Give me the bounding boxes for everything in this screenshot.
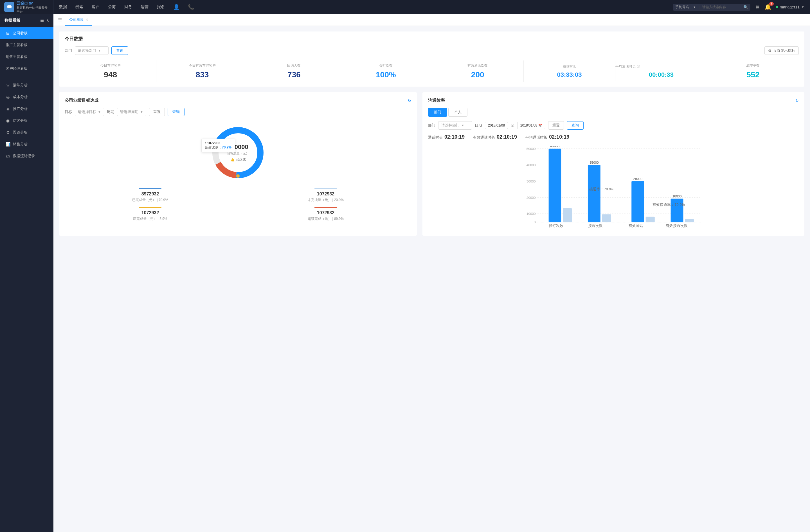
goal-stat-over-achieve: 1072932 超额完成（元） | 89.9% — [240, 207, 411, 221]
nav-leads[interactable]: 线索 — [75, 3, 83, 11]
comm-refresh-icon[interactable]: ↻ — [795, 98, 799, 103]
svg-text:0: 0 — [534, 220, 536, 224]
tab-company-board[interactable]: 公司看板 ✕ — [65, 14, 92, 26]
achieved-label: 已达成 — [236, 157, 246, 162]
search-type[interactable]: 手机号码 — [675, 5, 691, 10]
sidebar-item-promotion-board[interactable]: 推广主管看板 — [0, 39, 53, 51]
bar-connect-main — [588, 165, 600, 222]
metric-effective-consult: 今日有效首咨客户 833 — [156, 61, 248, 82]
user-area[interactable]: manager11 ▼ — [776, 5, 804, 9]
tab-close-icon[interactable]: ✕ — [85, 18, 88, 22]
search-icon[interactable]: 🔍 — [743, 5, 748, 9]
search-input[interactable] — [702, 5, 742, 9]
sidebar-item-channel[interactable]: ⚙ 渠道分析 — [0, 127, 53, 138]
nav-signup[interactable]: 报名 — [157, 3, 165, 11]
sidebar-item-sales[interactable]: 📊 销售分析 — [0, 138, 53, 150]
donut-chart: • 1072932 所占比例：70.9% — [207, 122, 269, 184]
filter-left: 部门 请选择部门 ▼ 查询 — [65, 46, 128, 55]
calendar-icon: 📅 — [538, 124, 542, 127]
target-placeholder: 请选择目标 — [78, 110, 96, 114]
metric-value: 03:33:03 — [524, 71, 615, 79]
page-content: 今日数据 部门 请选择部门 ▼ 查询 ⚙ 设置显示指标 — [53, 26, 810, 241]
sidebar-collapse-icon[interactable]: ☰ — [40, 18, 44, 23]
brand-tagline: 教育机构一站托服务云平台 — [17, 6, 49, 14]
sidebar-item-data-flow[interactable]: 🗂 数据流转记录 — [0, 150, 53, 162]
goal-panel-title: 公司业绩目标达成 — [65, 98, 98, 103]
target-select[interactable]: 请选择目标 ▼ — [75, 108, 104, 116]
tooltip-value: 1072932 — [207, 141, 221, 145]
online-indicator — [776, 6, 778, 8]
svg-text:接通次数: 接通次数 — [588, 223, 603, 228]
svg-text:43000: 43000 — [550, 146, 560, 148]
channel-icon: ⚙ — [6, 130, 10, 135]
metric-revisit: 回访人数 736 — [248, 61, 340, 82]
sidebar-item-sales-board[interactable]: 销售主管看板 — [0, 51, 53, 63]
today-filter-row: 部门 请选择部门 ▼ 查询 ⚙ 设置显示指标 — [65, 46, 799, 55]
stat-label: 通话时长 — [428, 135, 443, 140]
sidebar-title: 数据看板 — [4, 18, 20, 23]
sidebar-up-icon[interactable]: ∧ — [46, 18, 49, 23]
nav-user-icon[interactable]: 👤 — [173, 2, 179, 12]
tab-menu-button[interactable]: ☰ — [58, 17, 62, 22]
comm-date-to[interactable]: 2018/01/08 📅 — [517, 122, 545, 129]
nav-public-sea[interactable]: 公海 — [108, 3, 116, 11]
goal-stat-completed: 8972932 已完成量（元） | 70.9% — [65, 188, 236, 202]
period-label: 周期 — [107, 110, 114, 114]
comm-tab-personal[interactable]: 个人 — [448, 108, 467, 117]
settings-display-button[interactable]: ⚙ 设置显示指标 — [764, 46, 799, 55]
period-select[interactable]: 请选择周期 ▼ — [117, 108, 146, 116]
today-data-section: 今日数据 部门 请选择部门 ▼ 查询 ⚙ 设置显示指标 — [59, 32, 804, 87]
metric-value: 736 — [248, 70, 340, 79]
completed-value: 8972932 — [65, 192, 236, 197]
donut-area: • 1072932 所占比例：70.9% — [65, 122, 411, 184]
sidebar-item-funnel[interactable]: ▽ 漏斗分析 — [0, 79, 53, 91]
bar-chart: 50000 40000 30000 20000 10000 0 — [428, 146, 799, 230]
comm-tab-dept[interactable]: 部门 — [428, 108, 447, 117]
sidebar-item-promotion[interactable]: ◈ 推广分析 — [0, 103, 53, 115]
comm-query-button[interactable]: 查询 — [567, 121, 584, 130]
comm-dept-select[interactable]: 请选择部门 ▼ — [438, 121, 472, 130]
metric-label: 通话时长 — [524, 64, 615, 69]
goal-query-button[interactable]: 查询 — [168, 108, 184, 116]
sidebar-item-manager-board[interactable]: 客户经理看板 — [0, 63, 53, 74]
goal-reset-button[interactable]: 重置 — [149, 108, 165, 116]
goal-stat-should-complete: 1072932 应完成量（元） | 8.9% — [65, 207, 236, 221]
nav-data[interactable]: 数据 — [59, 3, 67, 11]
uncompleted-desc: 未完成量（元） | 20.9% — [240, 198, 411, 202]
comm-stats-row: 通话时长 02:10:19 有效通话时长 02:10:19 平均通话时长 02:… — [428, 134, 799, 140]
comm-panel-header: 沟通效率 ↻ — [428, 98, 799, 103]
goal-refresh-icon[interactable]: ↻ — [408, 98, 411, 103]
cost-icon: ◎ — [6, 95, 10, 99]
comm-reset-button[interactable]: 重置 — [548, 121, 564, 130]
svg-point-2 — [9, 6, 12, 8]
sidebar-item-company-board[interactable]: ⊟ 公司看板 — [0, 27, 53, 39]
monitor-icon[interactable]: 🖥 — [755, 4, 760, 11]
nav-operations[interactable]: 运营 — [141, 3, 148, 11]
should-complete-bar — [139, 207, 161, 208]
metric-value: 100% — [340, 70, 432, 79]
bar-effective-light — [646, 217, 655, 222]
bar-eff-connect-light — [685, 219, 694, 222]
sidebar-item-label: 渠道分析 — [13, 130, 28, 135]
over-achieve-bar — [314, 207, 337, 208]
user-dropdown-icon[interactable]: ▼ — [801, 5, 804, 9]
metric-label: 今日首咨客户 — [65, 63, 156, 68]
brand-name: 云朵CRM — [17, 1, 49, 6]
sidebar-item-visitor[interactable]: ◉ 访客分析 — [0, 115, 53, 127]
search-dropdown-icon[interactable]: ▼ — [693, 6, 696, 9]
metric-call-duration: 通话时长 03:33:03 — [524, 61, 615, 81]
dept-select[interactable]: 请选择部门 ▼ — [75, 46, 109, 55]
metric-label: 平均通话时长 ⓘ — [615, 64, 707, 69]
svg-text:有效通话: 有效通话 — [629, 223, 643, 228]
nav-customers[interactable]: 客户 — [92, 3, 100, 11]
comm-date-from[interactable]: 2018/01/08 — [485, 122, 508, 129]
nav-finance[interactable]: 财务 — [124, 3, 132, 11]
bell-icon[interactable]: 🔔 5 — [764, 4, 772, 11]
metric-label: 成交单数 — [707, 63, 799, 68]
sidebar-item-label: 数据流转记录 — [13, 153, 35, 159]
sidebar-item-cost[interactable]: ◎ 成本分析 — [0, 91, 53, 103]
metric-avg-duration: 平均通话时长 ⓘ 00:00:33 — [615, 61, 707, 81]
nav-phone-icon[interactable]: 📞 — [188, 2, 194, 12]
goal-stats-grid: 8972932 已完成量（元） | 70.9% 1072932 未完成量（元） … — [65, 188, 411, 221]
today-query-button[interactable]: 查询 — [111, 46, 128, 55]
